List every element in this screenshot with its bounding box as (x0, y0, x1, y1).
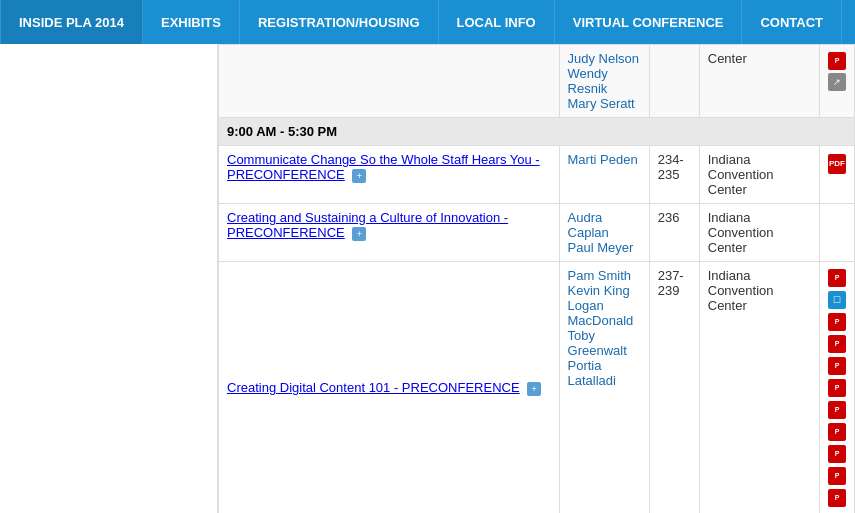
pdf-icon-2[interactable]: P (828, 313, 846, 331)
table-row: Creating Digital Content 101 - PRECONFER… (219, 262, 855, 514)
icon-cell (819, 204, 854, 262)
navigation: INSIDE PLA 2014 EXHIBITS REGISTRATION/HO… (0, 0, 855, 44)
speaker-link[interactable]: Judy Nelson (568, 51, 641, 66)
nav-local-info[interactable]: LOCAL INFO (439, 0, 555, 44)
nav-virtual[interactable]: VIRTUAL CONFERENCE (555, 0, 743, 44)
pdf-icon-8[interactable]: P (828, 445, 846, 463)
pdf-icon-4[interactable]: P (828, 357, 846, 375)
time-block-label: 9:00 AM - 5:30 PM (227, 124, 337, 139)
icon-cell: P ↗ (819, 45, 854, 118)
nav-inside-pla[interactable]: INSIDE PLA 2014 (0, 0, 143, 44)
location-text: Indiana Convention Center (708, 152, 774, 197)
time-block-cell: 9:00 AM - 5:30 PM (219, 118, 855, 146)
room-number: 237-239 (658, 268, 684, 298)
speaker-link[interactable]: Wendy Resnik (568, 66, 641, 96)
speaker-link[interactable]: Pam Smith (568, 268, 641, 283)
nav-exhibits[interactable]: EXHIBITS (143, 0, 240, 44)
session-title-link[interactable]: Creating and Sustaining a Culture of Inn… (227, 210, 508, 240)
pdf-icon-3[interactable]: P (828, 335, 846, 353)
location-cell: Indiana Convention Center (699, 204, 819, 262)
session-title-link[interactable]: Creating Digital Content 101 - PRECONFER… (227, 380, 520, 395)
session-title-cell: Creating and Sustaining a Culture of Inn… (219, 204, 560, 262)
nav-contact[interactable]: CONTACT (742, 0, 842, 44)
session-title-cell: Communicate Change So the Whole Staff He… (219, 146, 560, 204)
pdf-icon[interactable]: PDF (828, 154, 846, 174)
pdf-icon-5[interactable]: P (828, 379, 846, 397)
session-title-cell: Creating Digital Content 101 - PRECONFER… (219, 262, 560, 514)
share-icon[interactable]: ↗ (828, 73, 846, 91)
speaker-link[interactable]: Kevin King (568, 283, 641, 298)
location-cell: Indiana Convention Center (699, 262, 819, 514)
pdf-icon-9[interactable]: P (828, 467, 846, 485)
room-number: 234-235 (658, 152, 684, 182)
location-text: Center (708, 51, 747, 66)
expand-icon[interactable]: + (527, 382, 541, 396)
speaker-link[interactable]: Mary Seratt (568, 96, 641, 111)
room-number: 236 (658, 210, 680, 225)
location-text: Indiana Convention Center (708, 210, 774, 255)
room-cell (649, 45, 699, 118)
pdf-icon-1[interactable]: P (828, 269, 846, 287)
location-cell: Center (699, 45, 819, 118)
speaker-cell: Audra Caplan Paul Meyer (559, 204, 649, 262)
speaker-link[interactable]: Logan MacDonald (568, 298, 641, 328)
expand-icon[interactable]: + (352, 169, 366, 183)
room-cell: 234-235 (649, 146, 699, 204)
location-cell: Indiana Convention Center (699, 146, 819, 204)
pdf-icon[interactable]: P (828, 52, 846, 70)
speaker-link[interactable]: Paul Meyer (568, 240, 641, 255)
content-area: Judy Nelson Wendy Resnik Mary Seratt Cen… (0, 44, 855, 513)
icon-cell: P ☐ P P P P P P P P P (819, 262, 854, 514)
pdf-icon-10[interactable]: P (828, 489, 846, 507)
session-title-link[interactable]: Communicate Change So the Whole Staff He… (227, 152, 540, 182)
left-sidebar (0, 44, 218, 513)
speaker-link[interactable]: Portia Latalladi (568, 358, 641, 388)
speaker-cell: Pam Smith Kevin King Logan MacDonald Tob… (559, 262, 649, 514)
session-title-cell (219, 45, 560, 118)
pdf-icon-7[interactable]: P (828, 423, 846, 441)
room-cell: 236 (649, 204, 699, 262)
speaker-link[interactable]: Marti Peden (568, 152, 641, 167)
location-text: Indiana Convention Center (708, 268, 774, 313)
table-row: Judy Nelson Wendy Resnik Mary Seratt Cen… (219, 45, 855, 118)
table-row: Communicate Change So the Whole Staff He… (219, 146, 855, 204)
expand-icon[interactable]: + (352, 227, 366, 241)
icon-cell: PDF (819, 146, 854, 204)
table-row: Creating and Sustaining a Culture of Inn… (219, 204, 855, 262)
speaker-cell: Judy Nelson Wendy Resnik Mary Seratt (559, 45, 649, 118)
time-block-row: 9:00 AM - 5:30 PM (219, 118, 855, 146)
nav-registration[interactable]: REGISTRATION/HOUSING (240, 0, 439, 44)
pdf-icon-6[interactable]: P (828, 401, 846, 419)
speaker-link[interactable]: Audra Caplan (568, 210, 641, 240)
speaker-link[interactable]: Toby Greenwalt (568, 328, 641, 358)
room-cell: 237-239 (649, 262, 699, 514)
schedule-table: Judy Nelson Wendy Resnik Mary Seratt Cen… (218, 44, 855, 513)
speaker-cell: Marti Peden (559, 146, 649, 204)
calendar-icon[interactable]: ☐ (828, 291, 846, 309)
